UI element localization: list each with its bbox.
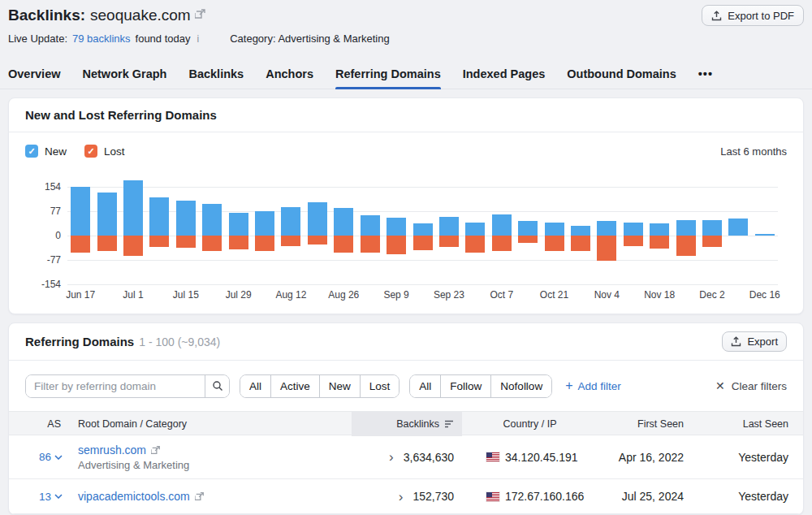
bar-lost-Nov 11	[624, 236, 643, 246]
filter-option-nofollow[interactable]: Nofollow	[490, 375, 551, 397]
live-update-backlinks-link[interactable]: 79 backlinks	[72, 32, 131, 45]
bar-lost-Aug 12	[281, 236, 300, 246]
filter-option-all[interactable]: All	[240, 375, 270, 397]
bar-new-Aug 26	[334, 208, 353, 236]
x-axis-tick: Nov 4	[594, 289, 620, 301]
page-title: Backlinks:seoquake.com	[8, 5, 206, 25]
bar-new-Oct 7	[492, 214, 512, 236]
bar-lost-Dec 2	[702, 236, 722, 247]
close-icon: ✕	[715, 379, 725, 392]
x-axis-tick: Nov 18	[644, 289, 675, 301]
bar-lost-Sep 16	[413, 236, 433, 250]
tab-overview[interactable]: Overview	[8, 61, 61, 89]
tab-outbound-domains[interactable]: Outbound Domains	[567, 61, 676, 89]
x-axis-tick: Sep 9	[383, 289, 408, 301]
chevron-down-icon	[54, 494, 63, 499]
export-to-pdf-label: Export to PDF	[728, 10, 794, 22]
external-link-icon[interactable]	[151, 445, 161, 455]
expand-chevron-icon[interactable]: ›	[399, 490, 404, 504]
bar-new-Aug 19	[308, 202, 327, 236]
chart-y-axis: 154770-77-154	[17, 166, 67, 284]
column-header-first-seen[interactable]: First Seen	[598, 418, 693, 430]
as-cell: 86	[9, 451, 66, 463]
x-axis-tick: Oct 21	[540, 289, 568, 301]
plus-icon: +	[565, 379, 572, 392]
tab-backlinks[interactable]: Backlinks	[188, 61, 244, 89]
column-header-root-domain[interactable]: Root Domain / Category	[66, 418, 352, 430]
info-icon[interactable]: i	[197, 33, 200, 45]
search-button[interactable]	[205, 375, 229, 397]
last-seen-cell: Yesterday	[693, 451, 804, 464]
bar-lost-Sep 23	[439, 236, 459, 247]
root-domain-cell: vipacademictools.com	[66, 490, 352, 503]
ip-address: 34.120.45.191	[505, 451, 578, 464]
live-update-label: Live Update:	[8, 32, 67, 45]
bar-lost-Aug 5	[255, 236, 274, 251]
filter-option-new[interactable]: New	[319, 375, 360, 397]
x-axis-tick: Dec 16	[749, 289, 780, 301]
tab-indexed-pages[interactable]: Indexed Pages	[463, 61, 546, 89]
bar-lost-Jul 1	[123, 236, 143, 256]
bar-lost-Sep 30	[465, 236, 485, 253]
export-button[interactable]: Export	[722, 331, 787, 352]
page-title-prefix: Backlinks:	[8, 6, 85, 24]
table-body: 86 semrush.com Advertising & Marketing ›…	[9, 435, 803, 514]
bar-lost-Nov 4	[597, 236, 616, 261]
column-header-backlinks-sorted[interactable]: Backlinks	[352, 412, 462, 436]
clear-filters-button[interactable]: ✕ Clear filters	[715, 379, 787, 392]
bar-lost-Jul 22	[202, 236, 222, 251]
bar-new-Nov 18	[650, 223, 669, 236]
bar-new-Dec 9	[728, 219, 748, 236]
expand-chevron-icon[interactable]: ›	[389, 450, 394, 464]
upload-icon	[731, 336, 741, 347]
chart-card: New and Lost Referring Domains ✓ New ✓ L…	[8, 97, 804, 314]
export-to-pdf-button[interactable]: Export to PDF	[702, 5, 804, 26]
page-header: Backlinks:seoquake.com Export to PDF Liv…	[0, 0, 812, 45]
tab-network-graph[interactable]: Network Graph	[83, 61, 167, 89]
domain-filter-input[interactable]	[26, 375, 205, 397]
bar-lost-Nov 18	[650, 236, 669, 249]
bar-new-Sep 9	[387, 218, 406, 236]
column-header-as[interactable]: AS	[9, 418, 66, 430]
domain-link[interactable]: vipacademictools.com	[78, 490, 190, 503]
bar-lost-Aug 19	[308, 236, 327, 245]
checkbox-checked-icon: ✓	[84, 145, 97, 158]
domain-link[interactable]: semrush.com	[78, 444, 146, 457]
referring-domains-card: Referring Domains1 - 100 (~9,034) Export…	[8, 322, 804, 515]
tab-referring-domains[interactable]: Referring Domains	[335, 61, 441, 89]
tab-anchors[interactable]: Anchors	[266, 61, 313, 89]
x-axis-tick: Dec 2	[699, 289, 724, 301]
bar-lost-Oct 14	[518, 236, 538, 243]
external-link-icon[interactable]	[195, 5, 206, 24]
column-header-last-seen[interactable]: Last Seen	[693, 418, 804, 430]
legend-new-checkbox[interactable]: ✓ New	[25, 145, 67, 158]
external-link-icon[interactable]	[195, 491, 205, 501]
category-label: Category: Advertising & Marketing	[230, 32, 390, 45]
legend-lost-label: Lost	[104, 145, 125, 158]
bar-new-Oct 14	[518, 221, 538, 236]
bar-chart: 154770-77-154 Jun 17Jul 1Jul 15Jul 29Aug…	[9, 161, 803, 314]
bar-new-Nov 4	[597, 221, 616, 236]
filter-option-lost[interactable]: Lost	[360, 375, 400, 397]
legend-lost-checkbox[interactable]: ✓ Lost	[84, 145, 125, 158]
tab-more-ellipsis[interactable]: •••	[698, 61, 713, 89]
backlinks-cell: › 152,730	[352, 490, 462, 504]
bar-new-Aug 5	[255, 211, 274, 236]
bar-new-Aug 12	[281, 207, 300, 236]
as-value: 13	[39, 491, 51, 503]
filter-option-follow[interactable]: Follow	[440, 375, 490, 397]
target-domain: seoquake.com	[90, 6, 191, 24]
bar-new-Sep 30	[465, 223, 485, 236]
column-header-backlinks-label: Backlinks	[396, 418, 439, 430]
column-header-country-ip[interactable]: Country / IP	[462, 418, 598, 430]
as-score-dropdown[interactable]: 13	[39, 491, 63, 503]
date-range-label: Last 6 months	[720, 145, 787, 158]
x-axis-tick: Jul 15	[173, 289, 199, 301]
gridline--77	[67, 260, 778, 261]
backlinks-cell: › 3,634,630	[352, 450, 462, 464]
add-filter-button[interactable]: + Add filter	[565, 379, 621, 392]
table-row: 13 vipacademictools.com › 152,730 172.67…	[9, 479, 803, 514]
filter-option-all[interactable]: All	[410, 375, 440, 397]
filter-option-active[interactable]: Active	[270, 375, 319, 397]
as-score-dropdown[interactable]: 86	[39, 451, 63, 463]
